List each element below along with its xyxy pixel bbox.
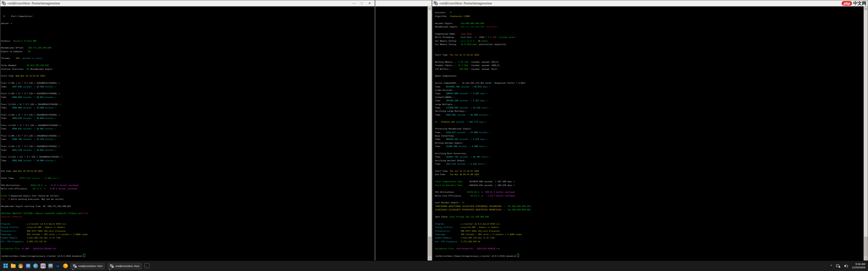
terminal-line: Time: 268474.982 seconds ( 3.107 days ) <box>435 92 864 95</box>
terminal-line <box>1 243 375 247</box>
scroll-up-icon[interactable]: ▲ <box>428 6 432 10</box>
firefox-icon[interactable] <box>63 264 68 268</box>
terminal-line <box>1 71 375 74</box>
tray-chevron-icon[interactable]: ^ <box>830 264 832 268</box>
terminal-line <box>435 166 864 169</box>
terminal-line: Green = Requested digits that should be … <box>1 194 375 197</box>
terminal-line <box>435 71 864 74</box>
document-app-icon[interactable] <box>41 264 45 268</box>
scrollbar-thumb[interactable] <box>428 237 431 256</box>
taskbar-button-label: root@crunchbox: /hom <box>78 265 102 267</box>
terminal-line <box>435 187 864 190</box>
terminal-line <box>435 7 864 11</box>
titlebar-left[interactable]: root@crunchbox: /home/storagereview — □ … <box>0 0 375 6</box>
terminal-line: Total Time: 15727.271 seconds ( 4.369 ho… <box>1 176 375 180</box>
terminal-line: Base Converting: <box>435 134 864 138</box>
window-title-left: root@crunchbox: /home/storagereview <box>7 2 60 5</box>
scroll-up-icon[interactable]: ▲ <box>864 6 868 10</box>
lightroom-icon[interactable]: Lr <box>56 264 60 268</box>
taskbar-button-label: root@crunchbox: /hom <box>115 265 139 267</box>
taskbar-button-putty-left[interactable]: root@crunchbox: /hom <box>71 263 105 269</box>
terminal-line: Time: 5561.951 seconds ( 92.699 minutes … <box>435 113 864 117</box>
close-button[interactable]: ✕ <box>367 1 372 6</box>
terminal-line: Internal Precision: 80 Hexadecimal Digit… <box>1 67 375 71</box>
network-icon[interactable] <box>836 265 840 268</box>
terminal-line <box>1 141 375 145</box>
terminal-line: Twiddle Tables... 51.3 MiB (locked, spre… <box>435 64 864 67</box>
terminal-line: Validation File: Pi-BBP - 20251119-18155… <box>1 247 375 250</box>
terminal-line: Series CommonP2B3... 22,141,292,175,361 … <box>435 81 864 85</box>
taskbar: Lr root@crunchbox: /hom root@crunchbox: … <box>0 260 868 271</box>
terminal-line <box>1 88 375 92</box>
terminal-line <box>1 28 375 32</box>
terminal-line: Start Time: Wed Nov 19 13:53:42 2025 <box>1 74 375 78</box>
terminal-line <box>1 173 375 176</box>
putty-icon <box>110 264 114 268</box>
terminal-output-right[interactable]: Constant: PiAlgorithm: Chudnovsky (1988)… <box>432 6 864 260</box>
terminal-line: 7980745896 4955715846 3311517070 9793399… <box>435 205 864 208</box>
terminal-line: Tuning Profile: Linux/24-ZN5 - Komari =>… <box>1 226 375 229</box>
terminal-line: 5218154442 3122022057 8794933535 4650797… <box>435 208 864 211</box>
terminal-line <box>435 250 864 254</box>
terminal-line: Pi: 8793223.144 seconds ( 101.773 days ) <box>435 120 864 124</box>
terminal-line <box>1 7 375 11</box>
terminal-line: Total Computation Time: 9274878.580 seco… <box>435 180 864 183</box>
terminal-line: Time: 15148.798 seconds ( 4.208 hours ) <box>435 145 864 148</box>
terminal-line: Program: y-cruncher v0.8.6 Build 9545-ic… <box>1 222 375 226</box>
terminal-line <box>1 109 375 113</box>
terminal-line: Frac( 1/(8k + 1) * 2^(-12k + 10430854217… <box>1 81 375 85</box>
terminal-line: Hexadecimal Digits: 260,771,355,448,658 … <box>435 25 864 28</box>
titlebar-right[interactable]: root@crunchbox: /home/storagereview <box>432 0 868 6</box>
taskbar-clock[interactable]: 9:34 AM 11/20/2025 <box>852 263 865 269</box>
speaker-icon[interactable] <box>844 265 848 268</box>
scrollbar-background[interactable]: ▲ ▼ <box>428 6 432 260</box>
terminal-line: Hexadecimal Offset: 260,771,355,448,600 <box>1 46 375 49</box>
terminal-line: Est. CPU Frequency: 3,732,360,564 Hz <box>435 240 864 243</box>
terminal-line: Time: 2094.009 seconds ( 34.900 minutes … <box>1 106 375 109</box>
terminal-line <box>435 212 864 215</box>
terminal-line: Time: 8214462.799 seconds ( 95.075 days … <box>435 85 864 88</box>
terminal-line <box>1 25 375 28</box>
globe-app-icon[interactable] <box>33 264 38 268</box>
titlebar-background[interactable] <box>375 0 432 6</box>
terminal-line: Far Memory Tuning: 34.0 MiB/seek, parall… <box>435 43 864 46</box>
terminal-line: Frac( 1/(12k + 11) * 2^(-12k + 104308542… <box>1 155 375 159</box>
terminal-line: Time: 1947.595 seconds ( 32.460 minutes … <box>1 85 375 88</box>
laptop-app-icon[interactable] <box>48 264 53 268</box>
terminal-line: End Time: Wed Nov 19 18:15:49 2025 <box>1 169 375 173</box>
window-title-right: root@crunchbox: /home/storagereview <box>439 2 492 5</box>
maximize-button[interactable]: □ <box>359 1 364 6</box>
scroll-down-icon[interactable]: ▼ <box>864 257 868 260</box>
terminal-line <box>1 162 375 166</box>
cmd-icon[interactable]: >_ <box>144 264 149 268</box>
system-tool-icon[interactable] <box>26 264 31 268</box>
terminal-line: Verifying Large Multiply... <box>435 109 864 113</box>
terminal-line: Large Division... <box>435 88 864 92</box>
terminal-line: Start Time: Thu Jul 31 17:16:41 2025 <box>435 169 864 173</box>
chrome-icon[interactable] <box>18 264 23 268</box>
terminal-line <box>1 53 375 57</box>
terminal-line: Program: y-cruncher v0.8.6 Build 9545-ic… <box>435 222 864 226</box>
terminal-line: Frac( 1/(6k + 3) * 2^(-12k + 10430854217… <box>1 113 375 117</box>
terminal-line <box>1 43 375 46</box>
scroll-down-icon[interactable]: ▼ <box>428 257 432 260</box>
terminal-line: Time: 2094.031 seconds ( 34.901 minutes … <box>1 127 375 130</box>
scrollbar-right[interactable]: ▲ ▼ <box>864 6 868 260</box>
scrollbar-thumb[interactable] <box>864 237 867 256</box>
file-explorer-icon[interactable] <box>11 264 16 268</box>
terminal-output-left[interactable]: 0 Start Computation! option: 0 Formula: … <box>0 6 375 260</box>
terminal-line: CPU Utilization: 25470.96 % + 458.91 % k… <box>435 190 864 194</box>
start-icon[interactable] <box>3 264 8 268</box>
terminal-line: Est. CPU Frequency: 2,600,731,135 Hz <box>1 240 375 243</box>
terminal-line <box>435 124 864 127</box>
terminal-line: Frac( 1/(6k + 5) * 2^(-12k + 10430854217… <box>1 145 375 148</box>
taskbar-button-putty-right[interactable]: root@crunchbox: /hom <box>107 263 142 269</box>
terminal-line <box>435 197 864 201</box>
terminal-line: 5de9f381 4989e236 <box>1 215 375 218</box>
terminal-line: Validation File: /mnt/output/Pi - 202511… <box>435 247 864 250</box>
terminal-line <box>1 166 375 169</box>
background-window[interactable]: ▲ ▼ <box>375 0 432 261</box>
terminal-line: I/O Buffers... 289 MiB (locked, spread: … <box>435 67 864 71</box>
terminal-window-right: root@crunchbox: /home/storagereview Cons… <box>432 0 868 261</box>
minimize-button[interactable]: — <box>352 1 356 6</box>
